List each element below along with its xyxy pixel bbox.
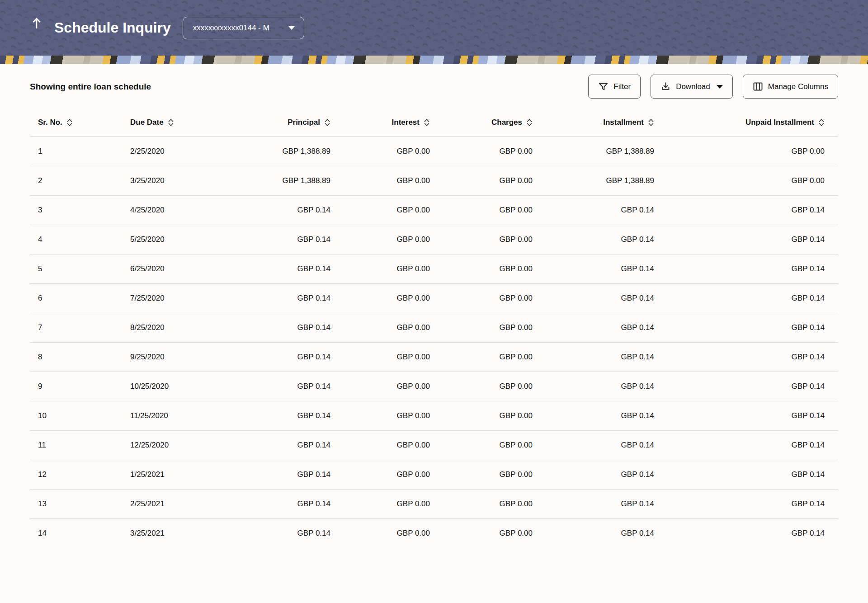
- cell-installment: GBP 0.14: [533, 342, 654, 372]
- table-row: 89/25/2020GBP 0.14GBP 0.00GBP 0.00GBP 0.…: [30, 342, 838, 372]
- cell-charges: GBP 0.00: [430, 225, 533, 254]
- sort-icon: [526, 118, 533, 127]
- cell-principal: GBP 1,388.89: [234, 137, 330, 166]
- cell-sr-no: 10: [30, 401, 130, 430]
- cell-unpaid-installment: GBP 0.14: [654, 225, 838, 254]
- header-content: Schedule Inquiry xxxxxxxxxxxx0144 - M: [0, 0, 868, 56]
- cell-principal: GBP 0.14: [234, 372, 330, 401]
- column-header-label: Principal: [288, 118, 320, 127]
- cell-unpaid-installment: GBP 0.14: [654, 372, 838, 401]
- table-row: 78/25/2020GBP 0.14GBP 0.00GBP 0.00GBP 0.…: [30, 313, 838, 342]
- cell-principal: GBP 0.14: [234, 401, 330, 430]
- cell-unpaid-installment: GBP 0.14: [654, 401, 838, 430]
- cell-interest: GBP 0.00: [330, 254, 430, 283]
- download-button[interactable]: Download: [651, 75, 733, 99]
- filter-button[interactable]: Filter: [588, 75, 641, 99]
- cell-installment: GBP 0.14: [533, 372, 654, 401]
- page-title: Schedule Inquiry: [54, 19, 171, 36]
- account-dropdown-value: xxxxxxxxxxxx0144 - M: [193, 24, 269, 33]
- cell-sr-no: 1: [30, 137, 130, 166]
- table-row: 121/25/2021GBP 0.14GBP 0.00GBP 0.00GBP 0…: [30, 460, 838, 489]
- cell-principal: GBP 0.14: [234, 283, 330, 313]
- cell-due-date: 3/25/2020: [130, 166, 234, 195]
- cell-due-date: 3/25/2021: [130, 518, 234, 548]
- cell-charges: GBP 0.00: [430, 372, 533, 401]
- cell-due-date: 9/25/2020: [130, 342, 234, 372]
- main-content: Showing entire loan schedule Filter Down…: [0, 75, 868, 548]
- toolbar: Showing entire loan schedule Filter Down…: [30, 75, 838, 99]
- cell-unpaid-installment: GBP 0.00: [654, 166, 838, 195]
- cell-due-date: 12/25/2020: [130, 430, 234, 460]
- cell-sr-no: 7: [30, 313, 130, 342]
- table-row: 910/25/2020GBP 0.14GBP 0.00GBP 0.00GBP 0…: [30, 372, 838, 401]
- cell-charges: GBP 0.00: [430, 430, 533, 460]
- cell-principal: GBP 0.14: [234, 460, 330, 489]
- cell-unpaid-installment: GBP 0.14: [654, 313, 838, 342]
- cell-sr-no: 14: [30, 518, 130, 548]
- cell-interest: GBP 0.00: [330, 342, 430, 372]
- column-header-principal[interactable]: Principal: [234, 108, 330, 137]
- column-header-label: Unpaid Installment: [745, 118, 814, 127]
- cell-installment: GBP 0.14: [533, 254, 654, 283]
- cell-installment: GBP 0.14: [533, 430, 654, 460]
- column-header-charges[interactable]: Charges: [430, 108, 533, 137]
- cell-sr-no: 11: [30, 430, 130, 460]
- column-header-due-date[interactable]: Due Date: [130, 108, 234, 137]
- cell-installment: GBP 0.14: [533, 460, 654, 489]
- cell-charges: GBP 0.00: [430, 489, 533, 518]
- sort-icon: [66, 118, 73, 127]
- cell-unpaid-installment: GBP 0.14: [654, 489, 838, 518]
- cell-unpaid-installment: GBP 0.14: [654, 460, 838, 489]
- sort-icon: [818, 118, 825, 127]
- column-header-installment[interactable]: Installment: [533, 108, 654, 137]
- toolbar-buttons: Filter Download Manage Columns: [588, 75, 838, 99]
- schedule-status-text: Showing entire loan schedule: [30, 82, 151, 92]
- cell-interest: GBP 0.00: [330, 460, 430, 489]
- cell-sr-no: 8: [30, 342, 130, 372]
- cell-principal: GBP 0.14: [234, 225, 330, 254]
- cell-sr-no: 5: [30, 254, 130, 283]
- filter-button-label: Filter: [613, 82, 631, 91]
- cell-due-date: 8/25/2020: [130, 313, 234, 342]
- table-row: 1011/25/2020GBP 0.14GBP 0.00GBP 0.00GBP …: [30, 401, 838, 430]
- column-header-unpaid-installment[interactable]: Unpaid Installment: [654, 108, 838, 137]
- cell-installment: GBP 0.14: [533, 489, 654, 518]
- cell-installment: GBP 0.14: [533, 401, 654, 430]
- table-body: 12/25/2020GBP 1,388.89GBP 0.00GBP 0.00GB…: [30, 137, 838, 548]
- manage-columns-icon: [753, 81, 763, 92]
- arrow-up-icon: [31, 16, 42, 30]
- cell-sr-no: 3: [30, 195, 130, 225]
- manage-columns-button-label: Manage Columns: [768, 82, 828, 91]
- cell-unpaid-installment: GBP 0.14: [654, 254, 838, 283]
- cell-unpaid-installment: GBP 0.14: [654, 195, 838, 225]
- table-row: 143/25/2021GBP 0.14GBP 0.00GBP 0.00GBP 0…: [30, 518, 838, 548]
- column-header-sr-no[interactable]: Sr. No.: [30, 108, 130, 137]
- column-header-interest[interactable]: Interest: [330, 108, 430, 137]
- cell-sr-no: 4: [30, 225, 130, 254]
- cell-installment: GBP 0.14: [533, 283, 654, 313]
- cell-interest: GBP 0.00: [330, 401, 430, 430]
- app-header: Schedule Inquiry xxxxxxxxxxxx0144 - M: [0, 0, 868, 56]
- cell-charges: GBP 0.00: [430, 254, 533, 283]
- table-row: 45/25/2020GBP 0.14GBP 0.00GBP 0.00GBP 0.…: [30, 225, 838, 254]
- cell-interest: GBP 0.00: [330, 518, 430, 548]
- cell-due-date: 6/25/2020: [130, 254, 234, 283]
- cell-interest: GBP 0.00: [330, 166, 430, 195]
- back-to-top-button[interactable]: [29, 14, 44, 32]
- cell-principal: GBP 0.14: [234, 195, 330, 225]
- cell-sr-no: 6: [30, 283, 130, 313]
- column-header-label: Interest: [392, 118, 420, 127]
- cell-due-date: 1/25/2021: [130, 460, 234, 489]
- filter-icon: [598, 81, 609, 92]
- cell-interest: GBP 0.00: [330, 372, 430, 401]
- cell-principal: GBP 0.14: [234, 430, 330, 460]
- manage-columns-button[interactable]: Manage Columns: [743, 75, 838, 99]
- cell-sr-no: 13: [30, 489, 130, 518]
- cell-sr-no: 2: [30, 166, 130, 195]
- table-row: 132/25/2021GBP 0.14GBP 0.00GBP 0.00GBP 0…: [30, 489, 838, 518]
- account-dropdown[interactable]: xxxxxxxxxxxx0144 - M: [183, 17, 304, 39]
- cell-due-date: 4/25/2020: [130, 195, 234, 225]
- cell-unpaid-installment: GBP 0.14: [654, 283, 838, 313]
- cell-sr-no: 12: [30, 460, 130, 489]
- cell-installment: GBP 0.14: [533, 313, 654, 342]
